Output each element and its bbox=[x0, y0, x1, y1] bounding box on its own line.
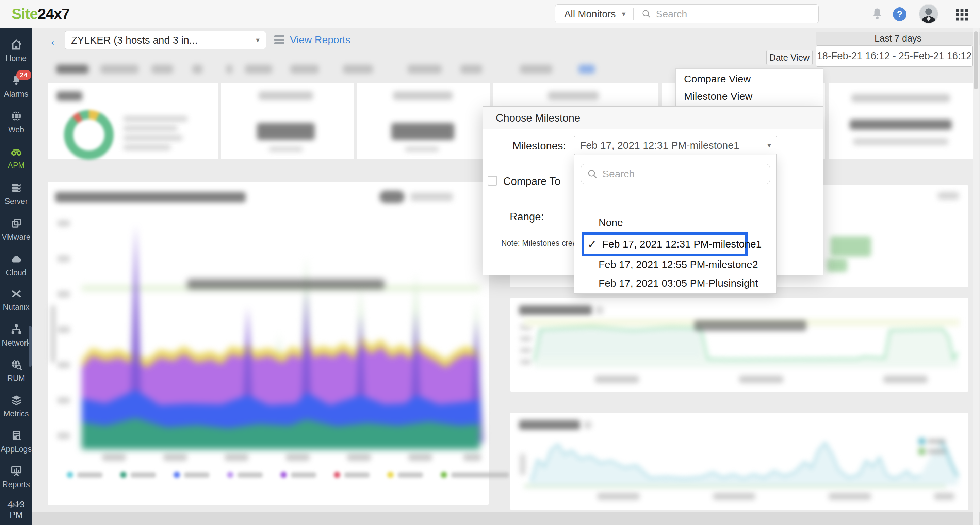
sidebar-item-network[interactable]: Network bbox=[0, 323, 32, 348]
sidebar-item-label: Nutanix bbox=[0, 303, 32, 312]
sidebar-item-label: Cloud bbox=[0, 268, 32, 278]
sidebar-item-applogs[interactable]: AppLogs bbox=[0, 429, 32, 454]
milestone-option-label: Feb 17, 2021 12:31 PM-milestone1 bbox=[602, 238, 762, 250]
legend-item bbox=[120, 472, 156, 478]
user-throughput-chart bbox=[524, 431, 959, 494]
search-icon bbox=[587, 169, 598, 179]
sidebar-item-cloud[interactable]: Cloud bbox=[0, 253, 32, 278]
sidebar-item-nutanix[interactable]: Nutanix bbox=[0, 288, 32, 312]
sidebar-item-label: AppLogs bbox=[0, 445, 32, 454]
monitor-selector-dropdown[interactable]: ZYLKER (3 hosts and 3 in... ▾ bbox=[65, 31, 266, 49]
apps-grid-icon[interactable] bbox=[955, 8, 969, 22]
notification-bell-icon[interactable] bbox=[870, 6, 885, 22]
bottom-strip bbox=[32, 512, 980, 525]
search-input[interactable] bbox=[656, 8, 768, 20]
range-label: Range: bbox=[487, 211, 544, 223]
sidebar-item-label: Server bbox=[0, 197, 32, 206]
legend-item bbox=[387, 472, 423, 478]
compare-to-label: Compare To bbox=[503, 176, 578, 188]
milestone-search-box bbox=[581, 164, 770, 184]
milestone-search-input[interactable] bbox=[602, 168, 752, 180]
compare-to-checkbox[interactable] bbox=[488, 176, 497, 185]
milestone-option-selected[interactable]: ✓ Feb 17, 2021 12:31 PM-milestone1 bbox=[582, 232, 748, 256]
sidebar-item-metrics[interactable]: Metrics bbox=[0, 394, 32, 418]
milestones-label: Milestones: bbox=[494, 140, 566, 152]
milestone-option-milestone2[interactable]: Feb 17, 2021 12:55 PM-milestone2 bbox=[574, 256, 777, 273]
tile-metric bbox=[221, 83, 354, 160]
sidebar-item-label: Network bbox=[0, 338, 32, 348]
sidebar-item-label: Web bbox=[0, 125, 32, 134]
network-icon bbox=[10, 323, 23, 336]
chevron-down-icon: ▾ bbox=[256, 36, 259, 45]
date-view-button[interactable]: Date View ▾ bbox=[766, 50, 813, 65]
applogs-icon bbox=[10, 429, 23, 442]
milestone-option-plusinsight[interactable]: Feb 17, 2021 03:05 PM-Plusinsight bbox=[574, 274, 777, 292]
scrollbar-thumb[interactable] bbox=[974, 31, 978, 89]
response-time-stacked-chart bbox=[78, 204, 487, 463]
legend-item bbox=[227, 472, 263, 478]
check-icon: ✓ bbox=[587, 238, 597, 251]
sidebar-item-web[interactable]: Web bbox=[0, 110, 32, 134]
milestone-option-none[interactable]: None bbox=[574, 214, 777, 231]
sidebar-item-vmware[interactable]: VMware bbox=[0, 217, 32, 242]
modal-title: Choose Milestone bbox=[496, 112, 580, 124]
view-reports-label: View Reports bbox=[290, 34, 350, 46]
divider bbox=[574, 201, 776, 202]
menu-item-compare-view[interactable]: Compare View bbox=[676, 70, 824, 88]
sidebar-item-home[interactable]: Home bbox=[0, 38, 32, 63]
date-quick-label: Last 7 days bbox=[816, 32, 980, 45]
sidebar-item-server[interactable]: Server bbox=[0, 181, 32, 206]
chevron-down-icon: ▾ bbox=[622, 10, 626, 18]
legend-item bbox=[441, 472, 509, 478]
back-arrow-icon[interactable]: ← bbox=[48, 34, 63, 48]
page-scrollbar[interactable] bbox=[972, 28, 978, 525]
sidebar-item-label: APM bbox=[0, 161, 32, 170]
globe-icon bbox=[10, 110, 23, 123]
sidebar-nav: Home 24 Alarms Web APM Server VMware Clo… bbox=[0, 28, 32, 525]
date-view-menu: Compare View Milestone View bbox=[675, 69, 823, 106]
vmware-icon bbox=[10, 217, 23, 230]
logo-green: Site bbox=[11, 5, 38, 22]
view-reports-link[interactable]: View Reports bbox=[274, 34, 350, 46]
milestone-dropdown-panel: None ✓ Feb 17, 2021 12:31 PM-milestone1 … bbox=[574, 155, 776, 294]
sidebar-item-reports[interactable]: Reports bbox=[0, 464, 32, 489]
date-range-picker[interactable]: 18-Feb-21 16:12 - 25-Feb-21 16:12 bbox=[816, 45, 972, 67]
nutanix-icon bbox=[10, 288, 23, 300]
sidebar-item-rum[interactable]: RUM bbox=[0, 358, 32, 383]
apdex-donut bbox=[64, 110, 114, 160]
legend-item bbox=[67, 472, 102, 478]
monitor-search-bar: All Monitors ▾ bbox=[555, 5, 819, 24]
help-icon[interactable]: ? bbox=[893, 8, 907, 21]
local-time: 4:13 PM bbox=[0, 499, 32, 520]
reports-icon bbox=[10, 464, 23, 477]
rum-icon bbox=[10, 358, 23, 371]
tile-metric bbox=[357, 83, 490, 160]
sidebar-scroll-thumb[interactable] bbox=[29, 326, 32, 367]
avatar-silhouette bbox=[920, 5, 938, 23]
modal-header: Choose Milestone bbox=[483, 107, 823, 129]
top-bar: Site24x7 All Monitors ▾ ? bbox=[0, 0, 980, 28]
tile-agent-communication bbox=[829, 83, 972, 160]
sidebar-item-apm[interactable]: APM bbox=[0, 145, 32, 170]
metrics-layers-icon bbox=[10, 394, 23, 407]
alarm-count-badge: 24 bbox=[16, 70, 31, 80]
legend-item bbox=[280, 472, 316, 478]
sidebar-item-label: Alarms bbox=[0, 89, 32, 99]
global-search bbox=[633, 8, 818, 20]
milestone-note: Note: Milestones create bbox=[501, 239, 584, 248]
request-throughput-chart bbox=[524, 317, 959, 376]
server-icon bbox=[10, 181, 23, 194]
menu-item-milestone-view[interactable]: Milestone View bbox=[676, 88, 824, 105]
sidebar-item-label: VMware bbox=[0, 233, 32, 242]
legend-item bbox=[173, 472, 209, 478]
site24x7-logo[interactable]: Site24x7 bbox=[11, 5, 70, 22]
sidebar-item-label: Home bbox=[0, 54, 32, 63]
milestone-select[interactable]: Feb 17, 2021 12:31 PM-milestone1 ▾ bbox=[574, 136, 777, 155]
chart-legend bbox=[67, 472, 509, 478]
sidebar-item-alarms[interactable]: 24 Alarms bbox=[0, 74, 32, 99]
avatar[interactable] bbox=[919, 4, 939, 24]
milestone-select-value: Feb 17, 2021 12:31 PM-milestone1 bbox=[580, 140, 740, 151]
monitor-scope-dropdown[interactable]: All Monitors ▾ bbox=[555, 8, 633, 20]
legend-item bbox=[334, 472, 369, 478]
list-icon bbox=[274, 34, 285, 46]
